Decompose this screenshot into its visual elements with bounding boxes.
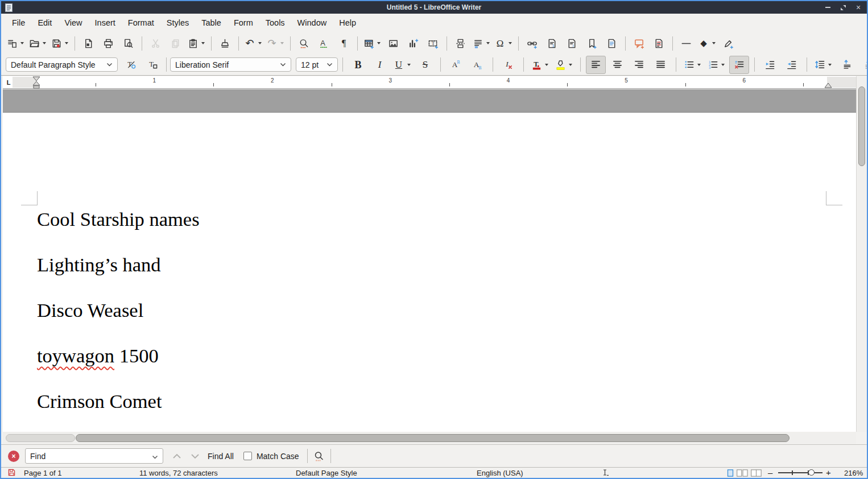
- insert-footnote-button[interactable]: 1: [542, 34, 562, 52]
- align-right-button[interactable]: [629, 56, 649, 74]
- copy-button[interactable]: [166, 34, 185, 52]
- align-left-button[interactable]: [586, 56, 606, 74]
- save-button[interactable]: [49, 34, 71, 52]
- print-button[interactable]: [98, 34, 118, 52]
- new-style-button[interactable]: T: [143, 56, 163, 74]
- highlight-color-dropdown-arrow[interactable]: [569, 64, 572, 66]
- subscript-button[interactable]: AB: [468, 56, 487, 74]
- match-case-checkbox[interactable]: [243, 452, 252, 460]
- special-character-dropdown-arrow[interactable]: [509, 42, 512, 44]
- document-paragraph[interactable]: toywagon 1500: [37, 344, 200, 367]
- insert-hyperlink-button[interactable]: [522, 34, 542, 52]
- print-preview-button[interactable]: [118, 34, 138, 52]
- menu-edit[interactable]: Edit: [31, 14, 58, 32]
- paste-dropdown-arrow[interactable]: [201, 42, 205, 44]
- highlight-color-button[interactable]: [553, 56, 575, 74]
- zoom-in-button[interactable]: +: [826, 468, 831, 477]
- unsaved-changes-icon[interactable]: [8, 469, 15, 478]
- zoom-slider[interactable]: [778, 472, 822, 473]
- tab-stop-selector[interactable]: L: [5, 78, 13, 86]
- restore-button[interactable]: [839, 3, 847, 11]
- insert-table-button[interactable]: [361, 34, 383, 52]
- basic-shapes-dropdown-arrow[interactable]: [712, 42, 716, 44]
- update-style-button[interactable]: T: [121, 56, 141, 74]
- underline-dropdown-arrow[interactable]: [407, 64, 411, 66]
- page-break-button[interactable]: [450, 34, 470, 52]
- language-status[interactable]: English (USA): [477, 468, 523, 478]
- document-paragraph[interactable]: Disco Weasel: [37, 299, 200, 321]
- menu-window[interactable]: Window: [291, 14, 333, 32]
- find-close-button[interactable]: ×: [8, 451, 19, 462]
- italic-button[interactable]: I: [370, 56, 390, 74]
- menu-form[interactable]: Form: [228, 14, 259, 32]
- find-input[interactable]: Find: [25, 448, 163, 464]
- redo-dropdown-arrow[interactable]: [280, 42, 284, 44]
- indent-markers[interactable]: [32, 76, 40, 89]
- book-view-icon[interactable]: [751, 469, 762, 477]
- horizontal-ruler[interactable]: L 123456: [3, 76, 856, 89]
- line-spacing-dropdown-arrow[interactable]: [828, 64, 832, 66]
- insert-bookmark-button[interactable]: [582, 34, 602, 52]
- minimize-button[interactable]: [824, 3, 832, 11]
- clear-formatting-button[interactable]: I: [498, 56, 518, 74]
- menu-file[interactable]: File: [6, 14, 31, 32]
- zoom-level[interactable]: 216%: [844, 468, 863, 478]
- save-dropdown-arrow[interactable]: [65, 42, 68, 44]
- font-color-button[interactable]: T: [529, 56, 551, 74]
- zoom-slider-thumb[interactable]: [808, 469, 815, 476]
- insert-table-dropdown-arrow[interactable]: [377, 42, 381, 44]
- zoom-out-button[interactable]: –: [768, 468, 772, 477]
- line-spacing-button[interactable]: [812, 56, 834, 74]
- open-button[interactable]: [27, 34, 49, 52]
- right-indent-marker[interactable]: [824, 82, 832, 89]
- justify-button[interactable]: [651, 56, 671, 74]
- find-all-button[interactable]: Find All: [208, 452, 234, 461]
- superscript-button[interactable]: AB: [446, 56, 466, 74]
- document-paragraph[interactable]: Lighting’s hand: [37, 253, 200, 276]
- basic-shapes-button[interactable]: ◆: [696, 34, 718, 52]
- menu-help[interactable]: Help: [333, 14, 362, 32]
- numbered-list-button[interactable]: 123: [705, 56, 728, 74]
- font-size-combobox[interactable]: 12 pt: [296, 57, 338, 72]
- cross-reference-button[interactable]: [602, 34, 622, 52]
- page-count-status[interactable]: Page 1 of 1: [24, 468, 62, 478]
- open-dropdown-arrow[interactable]: [43, 42, 46, 44]
- document-paragraph[interactable]: Crimson Comet: [37, 390, 200, 412]
- find-previous-button[interactable]: [171, 453, 183, 460]
- insert-chart-button[interactable]: [403, 34, 423, 52]
- insert-image-button[interactable]: [383, 34, 403, 52]
- menu-view[interactable]: View: [58, 14, 88, 32]
- multi-page-view-icon[interactable]: [737, 469, 748, 477]
- find-next-button[interactable]: [189, 453, 201, 460]
- decrease-indent-button[interactable]: [782, 56, 801, 74]
- insert-mode-icon[interactable]: [601, 469, 609, 479]
- insert-textbox-button[interactable]: T: [423, 34, 443, 52]
- paste-button[interactable]: [185, 34, 208, 52]
- menu-tools[interactable]: Tools: [259, 14, 291, 32]
- menu-insert[interactable]: Insert: [89, 14, 122, 32]
- increase-indent-button[interactable]: [760, 56, 780, 74]
- document-page[interactable]: Cool Starship namesLighting’s handDisco …: [3, 112, 856, 432]
- find-replace-button[interactable]: [294, 34, 314, 52]
- insert-field-dropdown-arrow[interactable]: [486, 42, 490, 44]
- vertical-scrollbar[interactable]: [856, 76, 867, 432]
- single-page-view-icon[interactable]: [727, 469, 734, 477]
- insert-line-button[interactable]: [676, 34, 696, 52]
- page-style-status[interactable]: Default Page Style: [296, 468, 357, 478]
- strikethrough-button[interactable]: S: [415, 56, 435, 74]
- cut-button[interactable]: [146, 34, 166, 52]
- undo-dropdown-arrow[interactable]: [258, 42, 262, 44]
- bullet-list-dropdown-arrow[interactable]: [697, 64, 701, 66]
- bold-button[interactable]: B: [348, 56, 368, 74]
- undo-button[interactable]: ↶: [242, 34, 264, 52]
- menu-format[interactable]: Format: [122, 14, 160, 32]
- special-character-button[interactable]: Ω: [493, 34, 515, 52]
- document-paragraph[interactable]: Cool Starship names: [37, 208, 200, 230]
- close-button[interactable]: ×: [854, 3, 862, 11]
- align-center-button[interactable]: [607, 56, 627, 74]
- bullet-list-button[interactable]: [681, 56, 704, 74]
- font-color-dropdown-arrow[interactable]: [545, 64, 548, 66]
- menu-table[interactable]: Table: [195, 14, 228, 32]
- menu-styles[interactable]: Styles: [160, 14, 196, 32]
- redo-button[interactable]: ↷: [264, 34, 287, 52]
